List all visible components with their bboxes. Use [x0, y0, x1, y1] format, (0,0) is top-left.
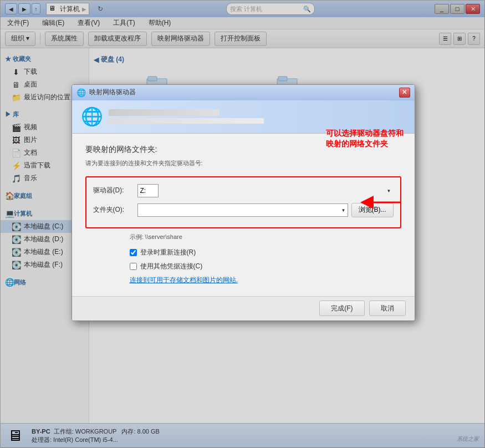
example-text: 示例: \\server\share: [130, 233, 401, 241]
checkbox2-row: 使用其他凭据连接(C): [130, 262, 401, 271]
modal-body: 要映射的网络文件夹: 请为要连接到的连接和文件夹指定驱动器号: 驱动器(D): …: [72, 134, 415, 296]
modal-section-title: 要映射的网络文件夹:: [85, 145, 401, 155]
checkbox-credentials[interactable]: [130, 263, 137, 270]
folder-label: 文件夹(O):: [93, 205, 137, 215]
link-row: 连接到可用于存储文档和图片的网站.: [130, 276, 401, 285]
drive-select-wrapper: Z: Y: X:: [137, 184, 394, 197]
modal-header-blurred1: [109, 109, 219, 116]
checkbox-reconnect-label[interactable]: 登录时重新连接(R): [140, 248, 196, 257]
red-arrow-annotation: [356, 186, 406, 219]
folder-select-wrapper: [137, 203, 348, 217]
modal-titlebar: 🌐 映射网络驱动器 ✕: [72, 85, 415, 100]
drive-label: 驱动器(D):: [93, 186, 137, 195]
modal-overlay: 🌐 映射网络驱动器 ✕ 🌐 要映射的网络文件夹: 请为要连接到的连接和文件夹指定…: [1, 1, 485, 448]
checkbox1-row: 登录时重新连接(R): [130, 248, 401, 257]
storage-link[interactable]: 连接到可用于存储文档和图片的网站.: [130, 276, 238, 284]
modal-close-button[interactable]: ✕: [399, 88, 410, 98]
modal-header-strip: 🌐: [72, 100, 415, 134]
drive-select[interactable]: Z: Y: X:: [137, 184, 159, 197]
modal-header-info: [109, 109, 264, 124]
folder-select[interactable]: [137, 203, 348, 217]
modal-title-text: 映射网络驱动器: [89, 88, 396, 97]
modal-window: 🌐 映射网络驱动器 ✕ 🌐 要映射的网络文件夹: 请为要连接到的连接和文件夹指定…: [72, 84, 415, 321]
finish-button[interactable]: 完成(F): [319, 301, 364, 316]
cancel-button[interactable]: 取消: [369, 301, 406, 316]
drive-form-row: 驱动器(D): Z: Y: X:: [93, 184, 394, 197]
checkbox-reconnect[interactable]: [130, 249, 137, 256]
modal-header-icon: 🌐: [81, 106, 103, 127]
modal-title-icon: 🌐: [76, 88, 86, 97]
modal-footer: 完成(F) 取消: [72, 296, 415, 320]
checkbox-credentials-label[interactable]: 使用其他凭据连接(C): [140, 262, 203, 271]
modal-subtitle: 请为要连接到的连接和文件夹指定驱动器号:: [85, 159, 401, 167]
explorer-window: ◀ ▶ ↑ 🖥 计算机 ▶ ↻ 搜索 计算机 🔍 _ □ ✕ 文件(F) 编辑(…: [0, 0, 485, 448]
modal-header-blurred2: [109, 118, 264, 124]
folder-form-row: 文件夹(O): 浏览(B)...: [93, 203, 394, 217]
